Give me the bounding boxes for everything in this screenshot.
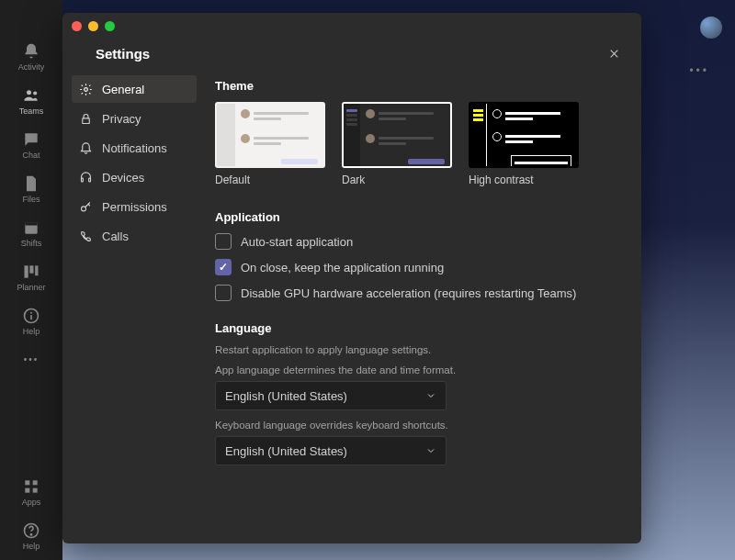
file-icon <box>22 174 40 193</box>
theme-thumbnail <box>342 102 452 168</box>
rail-help-bottom[interactable]: Help <box>9 516 53 556</box>
theme-thumbnail <box>215 102 325 168</box>
user-avatar[interactable] <box>700 17 722 39</box>
settings-title: Settings <box>96 46 150 62</box>
gear-icon <box>79 83 93 96</box>
checkbox-icon <box>215 285 232 301</box>
board-icon <box>22 263 40 281</box>
chat-icon <box>22 130 40 149</box>
bell-icon <box>79 141 93 155</box>
close-window-icon[interactable] <box>72 21 82 31</box>
lock-icon <box>79 112 93 126</box>
rail-chat[interactable]: Chat <box>9 125 53 165</box>
headset-icon <box>79 171 93 185</box>
chevron-down-icon <box>425 445 436 456</box>
language-restart-note: Restart application to apply language se… <box>215 344 616 355</box>
keyboard-language-select[interactable]: English (United States) <box>215 436 447 465</box>
rail-label: Help <box>23 327 40 336</box>
svg-rect-17 <box>83 118 90 123</box>
theme-thumbnail <box>469 102 579 168</box>
checkbox-autostart[interactable]: Auto-start application <box>215 233 616 250</box>
bell-icon <box>22 42 40 61</box>
checkbox-onclose[interactable]: On close, keep the application running <box>215 259 616 275</box>
svg-rect-11 <box>33 480 38 485</box>
application-heading: Application <box>215 210 616 224</box>
nav-label: General <box>102 83 144 96</box>
theme-dark[interactable]: Dark <box>342 102 452 186</box>
nav-notifications[interactable]: Notifications <box>72 134 197 162</box>
theme-label: High contrast <box>469 174 579 186</box>
nav-devices[interactable]: Devices <box>72 163 197 191</box>
calendar-icon <box>22 218 40 237</box>
rail-more[interactable]: ••• <box>24 354 40 364</box>
titlebar <box>62 13 641 39</box>
rail-shifts[interactable]: Shifts <box>9 213 53 253</box>
help-icon <box>22 521 40 540</box>
maximize-window-icon[interactable] <box>105 21 115 31</box>
info-icon <box>22 307 40 325</box>
rail-files[interactable]: Files <box>9 169 53 209</box>
checkbox-icon <box>215 259 232 275</box>
theme-label: Dark <box>342 174 452 186</box>
svg-rect-19 <box>89 178 91 182</box>
window-controls <box>72 21 115 31</box>
svg-rect-13 <box>33 488 38 493</box>
settings-window: Settings General Privacy Notifications D… <box>62 13 641 543</box>
svg-rect-9 <box>30 315 32 319</box>
minimize-window-icon[interactable] <box>88 21 98 31</box>
checkbox-label: Disable GPU hardware acceleration (requi… <box>241 286 576 300</box>
svg-rect-5 <box>29 265 33 273</box>
nav-label: Permissions <box>102 200 167 214</box>
theme-label: Default <box>215 174 325 186</box>
chevron-down-icon <box>425 390 436 401</box>
app-language-select[interactable]: English (United States) <box>215 381 447 410</box>
more-icon[interactable]: ••• <box>689 64 709 77</box>
rail-label: Teams <box>19 106 44 116</box>
rail-label: Help <box>23 542 40 551</box>
rail-label: Apps <box>22 498 41 507</box>
settings-header: Settings <box>62 39 641 75</box>
checkbox-gpu[interactable]: Disable GPU hardware acceleration (requi… <box>215 285 616 301</box>
rail-label: Activity <box>18 62 45 72</box>
select-value: English (United States) <box>225 389 347 403</box>
nav-label: Devices <box>102 171 144 185</box>
rail-planner[interactable]: Planner <box>9 257 53 297</box>
close-button[interactable] <box>601 40 627 66</box>
checkbox-icon <box>215 233 232 250</box>
theme-heading: Theme <box>215 79 616 93</box>
nav-privacy[interactable]: Privacy <box>72 105 197 132</box>
nav-label: Privacy <box>102 112 141 126</box>
svg-point-15 <box>30 534 31 535</box>
theme-high-contrast[interactable]: High contrast <box>469 102 579 186</box>
svg-point-1 <box>33 91 37 95</box>
svg-rect-4 <box>25 265 28 277</box>
settings-content: Theme Default <box>206 75 641 543</box>
rail-label: Shifts <box>21 239 42 248</box>
app-language-label: App language determines the date and tim… <box>215 364 616 375</box>
svg-rect-6 <box>35 265 38 275</box>
close-icon <box>608 48 620 60</box>
app-rail: Activity Teams Chat Files Shifts Planner… <box>0 0 62 560</box>
rail-label: Chat <box>22 151 40 160</box>
nav-permissions[interactable]: Permissions <box>72 193 197 220</box>
people-icon <box>22 86 40 105</box>
nav-calls[interactable]: Calls <box>72 222 197 250</box>
settings-nav: General Privacy Notifications Devices Pe… <box>62 75 206 543</box>
apps-icon <box>22 477 40 496</box>
rail-help[interactable]: Help <box>9 301 53 342</box>
nav-label: Calls <box>102 230 129 243</box>
svg-rect-10 <box>25 480 29 485</box>
svg-point-20 <box>82 206 86 210</box>
theme-default[interactable]: Default <box>215 102 325 186</box>
nav-general[interactable]: General <box>72 75 197 103</box>
checkbox-label: Auto-start application <box>241 235 353 249</box>
theme-options: Default Dark <box>215 102 616 186</box>
keyboard-language-label: Keyboard language overrides keyboard sho… <box>215 420 616 431</box>
rail-activity[interactable]: Activity <box>9 37 53 77</box>
rail-teams[interactable]: Teams <box>9 81 53 121</box>
rail-apps[interactable]: Apps <box>9 472 53 512</box>
svg-point-16 <box>85 87 88 91</box>
rail-label: Files <box>22 195 40 204</box>
key-icon <box>79 200 93 214</box>
language-heading: Language <box>215 321 616 335</box>
